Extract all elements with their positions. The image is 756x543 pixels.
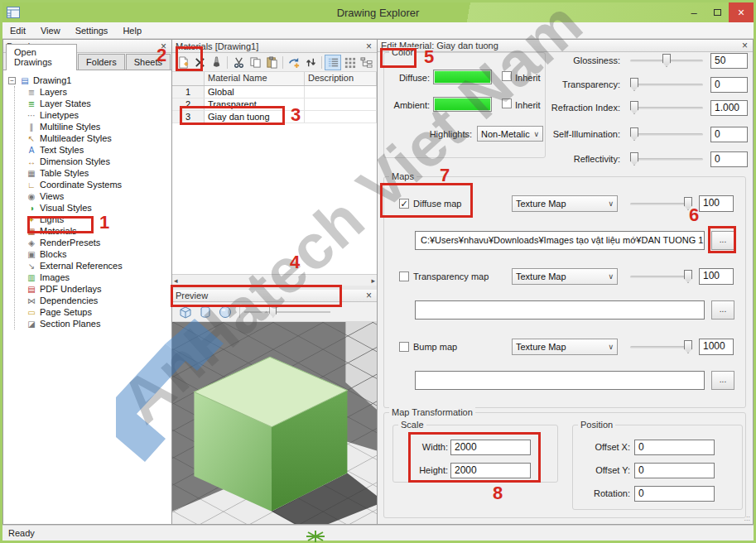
slider-2-thumb[interactable] [630, 101, 638, 114]
maximize-button[interactable] [705, 2, 729, 22]
slider-value-3[interactable]: 0 [710, 127, 748, 142]
slider-1-track[interactable] [630, 84, 703, 86]
tree-item-linetypes[interactable]: ⋯Linetypes [26, 109, 171, 121]
preview-panel-close-icon[interactable]: × [364, 291, 373, 300]
slider-value-4[interactable]: 0 [710, 151, 748, 167]
refresh-button[interactable] [302, 55, 319, 70]
tree-expand-icon[interactable]: − [8, 77, 16, 84]
preview-zoom-slider-thumb[interactable] [269, 305, 277, 318]
ambient-color-swatch[interactable] [433, 97, 492, 112]
scroll-left-icon[interactable]: ◂ [174, 276, 178, 285]
transparency-map-type-select[interactable]: Texture Map∨ [512, 268, 618, 285]
bump-map-checkbox[interactable] [399, 342, 409, 352]
tab-folders[interactable]: Folders [78, 54, 125, 70]
tree-item-coordinate-systems[interactable]: ∟Coordinate Systems [26, 179, 171, 190]
tree-item-images[interactable]: ▥Images [26, 272, 171, 283]
tree-item-layer-states[interactable]: ≣Layer States [26, 98, 171, 109]
tree-item-renderpresets[interactable]: ◈RenderPresets [26, 237, 171, 248]
cylinder-shape-button[interactable] [195, 304, 215, 320]
table-row[interactable]: 1Global [172, 86, 377, 99]
import-button[interactable] [286, 55, 302, 70]
copy-button[interactable] [247, 55, 263, 70]
tree-item-text-styles[interactable]: AText Styles [26, 144, 171, 156]
apply-material-button[interactable] [208, 55, 224, 70]
tree-item-multiline-styles[interactable]: ∥Multiline Styles [26, 121, 171, 132]
tree-item-dependencies[interactable]: ⋈Dependencies [26, 295, 171, 306]
view-buttons-icon[interactable] [341, 55, 358, 70]
width-input[interactable]: 2000 [450, 440, 531, 455]
slider-value-1[interactable]: 0 [710, 77, 748, 93]
tree-item-pdf-underlays[interactable]: ▤PDF Underlays [26, 283, 171, 295]
rotation-input[interactable]: 0 [634, 486, 715, 502]
slider-1-thumb[interactable] [630, 78, 638, 91]
tree-item-visual-styles[interactable]: ◑Visual Styles [26, 202, 171, 214]
slider-3-track[interactable] [630, 133, 703, 136]
tree-item-dimension-styles[interactable]: ↔Dimension Styles [26, 156, 171, 167]
drawings-panel-close-icon[interactable]: × [159, 41, 168, 51]
diffuse-map-browse-button[interactable]: ... [711, 231, 734, 250]
diffuse-map-path-input[interactable]: C:¥Users¥nhavu¥Downloads¥Images tạo vật … [415, 231, 705, 250]
diffuse-map-amount-slider-track[interactable] [630, 203, 692, 205]
tree-item-page-setups[interactable]: ▭Page Setups [26, 306, 171, 318]
table-row[interactable]: 3Giay dan tuong [172, 111, 377, 123]
close-button[interactable]: × [729, 2, 754, 22]
materials-panel-close-icon[interactable]: × [364, 41, 373, 51]
slider-3-thumb[interactable] [630, 127, 638, 141]
ambient-inherit-checkbox[interactable] [502, 99, 512, 108]
tree-item-multileader-styles[interactable]: ↖Multileader Styles [26, 132, 171, 144]
bump-map-type-select[interactable]: Texture Map∨ [512, 339, 618, 355]
sphere-shape-button[interactable] [215, 304, 235, 320]
paste-button[interactable] [263, 55, 280, 70]
diffuse-inherit-checkbox[interactable] [502, 71, 512, 81]
transparency-map-path-input[interactable] [415, 300, 705, 320]
minimize-button[interactable]: – [682, 2, 705, 22]
scroll-right-icon[interactable]: ▸ [371, 276, 375, 285]
tree-item-blocks[interactable]: ▣Blocks [26, 248, 171, 260]
transparency-map-amount-value[interactable]: 100 [699, 268, 734, 285]
materials-hscrollbar[interactable]: ◂ ▸ [172, 274, 377, 286]
diffuse-map-checkbox[interactable]: ✓ [399, 199, 409, 209]
delete-button[interactable] [191, 55, 208, 70]
transparency-map-browse-button[interactable]: ... [711, 300, 734, 320]
tree-item-lights[interactable]: ✦Lights [26, 214, 171, 225]
preview-3d-viewport[interactable] [172, 322, 377, 524]
cube-shape-button[interactable] [176, 304, 195, 320]
slider-0-thumb[interactable] [662, 54, 671, 67]
tree-item-views[interactable]: ◉Views [26, 190, 171, 202]
slider-value-2[interactable]: 1.000 [710, 100, 748, 116]
bump-map-path-input[interactable] [415, 371, 705, 390]
transparency-map-amount-slider-track[interactable] [630, 276, 692, 278]
slider-value-0[interactable]: 50 [710, 53, 748, 69]
view-tree-button[interactable] [358, 55, 374, 70]
bump-map-amount-slider-track[interactable] [630, 346, 692, 348]
edit-material-close-icon[interactable]: × [740, 41, 749, 50]
tab-open-drawings[interactable]: Open Drawings [6, 44, 77, 70]
menu-item-view[interactable]: View [33, 24, 68, 37]
tab-sheets[interactable]: Sheets [126, 54, 171, 70]
tree-item-drawing1[interactable]: −▤Drawing1 [8, 74, 171, 86]
diffuse-map-amount-value[interactable]: 100 [699, 195, 734, 212]
tree-item-section-planes[interactable]: ◪Section Planes [26, 318, 171, 329]
offset-y-input[interactable]: 0 [634, 463, 715, 478]
tree-item-materials[interactable]: ▦Materials [26, 225, 171, 237]
tree-item-table-styles[interactable]: ▦Table Styles [26, 167, 171, 179]
menu-item-edit[interactable]: Edit [2, 24, 33, 37]
cut-button[interactable] [230, 55, 247, 70]
diffuse-map-type-select[interactable]: Texture Map∨ [512, 195, 618, 212]
table-row[interactable]: 2Transparent [172, 99, 377, 111]
tree-item-external-references[interactable]: ↘External References [26, 260, 171, 272]
height-input[interactable]: 2000 [450, 463, 531, 478]
view-list-button[interactable] [325, 55, 341, 70]
bump-map-browse-button[interactable]: ... [711, 371, 734, 390]
transparency-map-checkbox[interactable] [399, 272, 409, 281]
offset-x-input[interactable]: 0 [634, 440, 715, 455]
menu-item-help[interactable]: Help [115, 24, 149, 37]
bump-map-amount-value[interactable]: 1000 [699, 339, 734, 355]
slider-4-thumb[interactable] [630, 152, 638, 166]
preview-zoom-slider[interactable] [244, 311, 330, 313]
new-material-button[interactable] [175, 55, 191, 70]
diffuse-color-swatch[interactable] [433, 70, 492, 84]
menu-item-settings[interactable]: Settings [68, 24, 116, 37]
slider-4-track[interactable] [630, 158, 703, 161]
tree-item-layers[interactable]: ≣Layers [26, 86, 171, 98]
